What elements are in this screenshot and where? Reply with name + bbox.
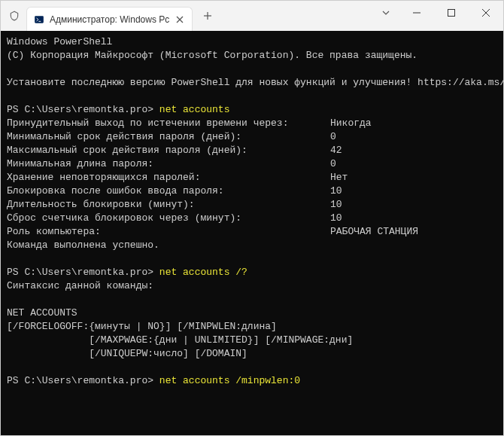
svg-rect-0 bbox=[35, 16, 44, 23]
row-label: Хранение неповторяющихся паролей: bbox=[7, 171, 330, 184]
prompt: PS C:\Users\remontka.pro> bbox=[7, 104, 159, 115]
row-label: Блокировка после ошибок ввода пароля: bbox=[7, 184, 330, 198]
ps-copyright: (C) Корпорация Майкрософт (Microsoft Cor… bbox=[7, 50, 417, 61]
row-label: Роль компьютера: bbox=[7, 225, 330, 239]
usage-line: [/MAXPWAGE:{дни | UNLIMITED}] [/MINPWAGE… bbox=[7, 334, 353, 346]
output-row: Длительность блокировки (минут):10 bbox=[7, 198, 497, 212]
syntax-label: Синтаксис данной команды: bbox=[7, 280, 153, 291]
usage-line: [/UNIQUEPW:число] [/DOMAIN] bbox=[7, 348, 247, 359]
row-label: Длительность блокировки (минут): bbox=[7, 198, 330, 212]
powershell-icon bbox=[33, 14, 45, 26]
terminal-output[interactable]: Windows PowerShell (C) Корпорация Майкро… bbox=[1, 31, 503, 435]
row-value: Нет bbox=[330, 171, 348, 184]
row-value: 10 bbox=[330, 212, 342, 225]
row-label: Сброс счетчика блокировок через (минут): bbox=[7, 212, 330, 225]
output-row: Минимальная длина пароля:0 bbox=[7, 157, 497, 171]
shield-icon bbox=[5, 11, 23, 21]
prompt: PS C:\Users\remontka.pro> bbox=[7, 267, 159, 278]
output-row: Хранение неповторяющихся паролей:Нет bbox=[7, 171, 497, 184]
output-row: Минимальный срок действия пароля (дней):… bbox=[7, 130, 497, 144]
new-tab-button[interactable] bbox=[197, 5, 218, 26]
row-value: 10 bbox=[330, 198, 342, 212]
close-window-button[interactable] bbox=[469, 1, 503, 25]
row-value: 10 bbox=[330, 184, 342, 198]
row-value: Никогда bbox=[330, 117, 372, 130]
command-1: net accounts bbox=[159, 104, 230, 115]
output-row: Сброс счетчика блокировок через (минут):… bbox=[7, 212, 497, 225]
row-value: 0 bbox=[330, 130, 336, 144]
command-3: net accounts /minpwlen:0 bbox=[159, 375, 300, 386]
tab-title: Администратор: Windows Pc bbox=[50, 14, 169, 25]
minimize-button[interactable] bbox=[399, 1, 434, 25]
row-label: Минимальная длина пароля: bbox=[7, 157, 330, 171]
tab-dropdown-button[interactable] bbox=[372, 1, 399, 25]
output-row: Максимальный срок действия пароля (дней)… bbox=[7, 144, 497, 157]
row-label: Максимальный срок действия пароля (дней)… bbox=[7, 144, 330, 157]
window-controls bbox=[399, 1, 503, 25]
window: Администратор: Windows Pc Windows PowerS… bbox=[0, 0, 504, 436]
install-message: Установите последнюю версию PowerShell д… bbox=[7, 77, 503, 88]
svg-rect-7 bbox=[448, 10, 455, 17]
row-label: Минимальный срок действия пароля (дней): bbox=[7, 130, 330, 144]
titlebar: Администратор: Windows Pc bbox=[1, 1, 503, 31]
ps-header: Windows PowerShell bbox=[7, 36, 112, 47]
output-row: Блокировка после ошибок ввода пароля:10 bbox=[7, 184, 497, 198]
output-row: Роль компьютера:РАБОЧАЯ СТАНЦИЯ bbox=[7, 225, 497, 239]
success-message: Команда выполнена успешно. bbox=[7, 239, 159, 251]
row-value: 0 bbox=[330, 157, 336, 171]
row-label: Принудительный выход по истечении времен… bbox=[7, 117, 330, 130]
row-value: РАБОЧАЯ СТАНЦИЯ bbox=[330, 225, 418, 239]
net-accounts-header: NET ACCOUNTS bbox=[7, 307, 77, 319]
tab-powershell[interactable]: Администратор: Windows Pc bbox=[26, 7, 193, 31]
close-tab-button[interactable] bbox=[174, 14, 186, 26]
maximize-button[interactable] bbox=[434, 1, 469, 25]
row-value: 42 bbox=[330, 144, 342, 157]
prompt: PS C:\Users\remontka.pro> bbox=[7, 375, 159, 386]
output-row: Принудительный выход по истечении времен… bbox=[7, 117, 497, 130]
usage-line: [/FORCELOGOFF:{минуты | NO}] [/MINPWLEN:… bbox=[7, 321, 277, 332]
command-2: net accounts /? bbox=[159, 267, 247, 278]
